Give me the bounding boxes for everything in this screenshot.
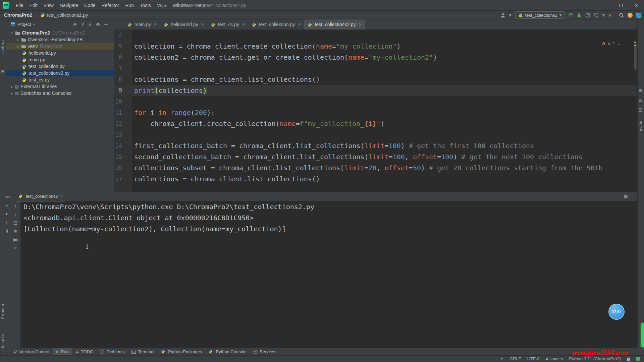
menu-run[interactable]: Run	[122, 0, 137, 11]
collapse-all-icon[interactable]: ⊼	[89, 22, 92, 27]
tab-test-cs-py[interactable]: test_cs.py ✕	[208, 19, 249, 29]
notifications-bell-icon[interactable]: ▦	[639, 88, 642, 93]
stripe-project-tab[interactable]: Project	[1, 40, 5, 54]
breadcrumb-file[interactable]: test_collections2.py	[47, 12, 88, 18]
toolwindow-version-control[interactable]: Version Control	[10, 348, 53, 356]
user-dropdown-icon[interactable]: ▾	[509, 13, 512, 17]
toolwindow-terminal[interactable]: Terminal	[128, 348, 158, 356]
settings-gear-icon[interactable]	[96, 22, 100, 26]
ai-assistant-icon[interactable]	[636, 13, 641, 18]
profiler-button[interactable]	[585, 13, 590, 18]
up-stack-trace-icon[interactable]: ↑	[14, 203, 17, 208]
chevron-down-icon[interactable]: ▾	[10, 31, 14, 35]
code-editor[interactable]: 45collection = chroma_client.create_coll…	[114, 29, 637, 192]
close-tab-icon[interactable]: ✕	[201, 22, 204, 27]
menu-edit[interactable]: Edit	[26, 0, 41, 11]
chevron-right-icon[interactable]: ▸	[10, 92, 14, 95]
toolwindow-python-console[interactable]: Python Console	[205, 348, 250, 356]
expand-all-icon[interactable]: ⊻	[81, 22, 85, 27]
toolwindow-toggle-icon[interactable]: ▢	[3, 357, 6, 361]
toolwindow-label: Problems	[106, 349, 125, 354]
console-output[interactable]: D:\ChromaPro2\venv\Scripts\python.exe D:…	[23, 201, 637, 348]
next-problem-icon[interactable]: ⌄	[617, 41, 621, 46]
tree-item-venv[interactable]: ▸ venv library root	[6, 43, 114, 50]
encoding-indicator[interactable]: UTF-8	[527, 356, 540, 361]
toolwindow-services[interactable]: Services	[250, 348, 280, 356]
tab-helloworld-py[interactable]: helloworld.py ✕	[160, 19, 208, 29]
tree-item-project-root[interactable]: ▾ ChromaPro2 D:\ChromaPro2	[6, 29, 114, 36]
toolwindow-todo[interactable]: ≣ TODO	[72, 348, 97, 356]
settings-gear-icon[interactable]	[624, 194, 628, 199]
breadcrumb-separator-icon: 〉	[34, 12, 38, 18]
chevron-right-icon[interactable]: ▸	[16, 38, 20, 42]
tab-test-collections2-py-active[interactable]: test_collections2.py ✕	[304, 19, 365, 29]
run-console-tab[interactable]: test_collections2 ✕	[16, 192, 65, 201]
tree-item-path: D:\ChromaPro2	[52, 30, 85, 36]
coverage-button[interactable]	[594, 13, 599, 18]
tree-item-file[interactable]: helloworld.py	[6, 50, 114, 56]
tree-item-file[interactable]: main.py	[6, 56, 114, 63]
hide-panel-icon[interactable]: ─	[633, 194, 636, 199]
close-tab-icon[interactable]: ✕	[359, 22, 362, 27]
stripe-structure-tab[interactable]: Structure	[1, 301, 5, 319]
stop-button[interactable]: ■	[608, 13, 611, 17]
notifications-icon[interactable]	[628, 13, 633, 18]
scroll-to-end-icon[interactable]: ≡	[14, 229, 17, 234]
stripe-lingma-tab[interactable]: Lingma	[639, 117, 643, 131]
breadcrumb-project[interactable]: ChromaPro2	[4, 12, 32, 18]
clear-console-icon[interactable]: ×	[14, 245, 17, 250]
editor-scrollbar[interactable]	[634, 43, 637, 70]
run-configuration-select[interactable]: test_collections2 ▾	[515, 11, 565, 19]
tab-test-collection-py[interactable]: test_collection.py ✕	[249, 19, 304, 29]
inspection-widget[interactable]: A 5 ^ ⌄	[602, 41, 621, 46]
commit-icon[interactable]: ▣	[1, 69, 4, 73]
plugin-star-icon[interactable]: ✦	[500, 356, 504, 361]
soft-wrap-icon[interactable]: ⊟	[13, 220, 18, 225]
chevron-right-icon[interactable]: ▸	[10, 85, 14, 88]
tree-item-file[interactable]: test_collection.py	[6, 63, 114, 70]
chevron-down-icon[interactable]: ▾	[33, 23, 35, 26]
search-everywhere-icon[interactable]	[619, 13, 624, 18]
menu-file[interactable]: File	[13, 0, 26, 11]
coverage-dropdown-icon[interactable]: ▾	[602, 13, 605, 17]
tab-main-py[interactable]: main.py ✕	[124, 19, 160, 29]
menu-view[interactable]: View	[41, 0, 57, 11]
user-icon[interactable]	[500, 13, 505, 18]
select-opened-file-icon[interactable]: ⊕	[73, 22, 77, 27]
menu-refactor[interactable]: Refactor	[99, 0, 122, 11]
tree-item-file-selected[interactable]: test_collections2.py	[6, 70, 114, 76]
tree-item-scratches[interactable]: ▸ ▥ Scratches and Consoles	[6, 90, 114, 97]
close-button[interactable]: ✕	[629, 0, 644, 11]
readonly-lock-icon[interactable]	[627, 358, 630, 361]
chevron-right-icon[interactable]: ▸	[16, 45, 20, 48]
toolwindow-problems[interactable]: ! Problems	[97, 348, 128, 356]
corner-plugin-icon[interactable]	[636, 357, 640, 361]
menu-code[interactable]: Code	[81, 0, 98, 11]
print-icon[interactable]: ▣	[13, 237, 18, 242]
tree-item-file[interactable]: test_cs.py	[6, 76, 114, 83]
interpreter-indicator[interactable]: Python 3.11 (ChromaPro2)	[569, 356, 621, 361]
line-ending-indicator[interactable]: CRLF	[510, 356, 521, 361]
down-stack-trace-icon[interactable]: ↓	[14, 212, 17, 217]
menu-vcs[interactable]: VCS	[154, 0, 170, 11]
close-tab-icon[interactable]: ✕	[60, 194, 63, 198]
minimize-button[interactable]: —	[598, 0, 613, 11]
run-button[interactable]: ⟳	[569, 12, 573, 18]
tree-item-folder[interactable]: ▸ Qwen3-VL-Embedding-2B	[6, 36, 114, 43]
debug-button[interactable]	[577, 13, 582, 18]
maximize-button[interactable]	[613, 0, 629, 11]
indent-indicator[interactable]: 4 spaces	[546, 356, 563, 361]
sciview-icon[interactable]: ▤	[639, 107, 642, 112]
toolwindow-python-packages[interactable]: Python Packages	[158, 348, 205, 356]
menu-tools[interactable]: Tools	[137, 0, 154, 11]
close-tab-icon[interactable]: ✕	[298, 22, 301, 27]
tree-item-external-libraries[interactable]: ▸ ▤ External Libraries	[6, 83, 114, 90]
menu-navigate[interactable]: Navigate	[57, 0, 81, 11]
hide-panel-icon[interactable]: ─	[104, 22, 108, 27]
prev-problem-icon[interactable]: ^	[612, 41, 614, 46]
toolwindow-run[interactable]: Run	[53, 348, 72, 356]
project-panel-title[interactable]: Project	[17, 22, 31, 27]
database-icon[interactable]: ≣	[639, 98, 642, 103]
close-tab-icon[interactable]: ✕	[154, 22, 157, 27]
close-tab-icon[interactable]: ✕	[242, 22, 245, 27]
